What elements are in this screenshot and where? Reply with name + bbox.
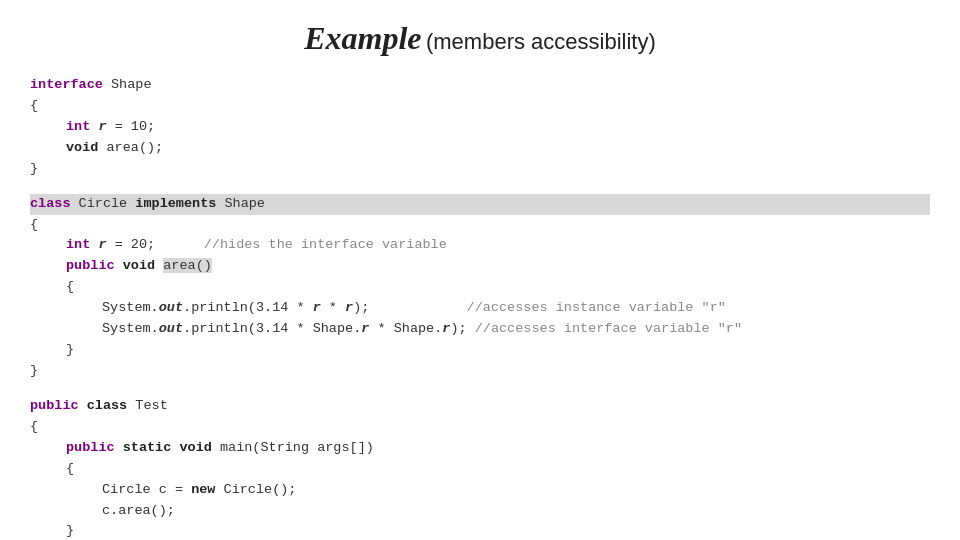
title-main: Example bbox=[304, 20, 421, 56]
code-line: void area(); bbox=[30, 138, 930, 159]
code-line: { bbox=[30, 417, 930, 438]
code-line: Circle c = new Circle(); bbox=[30, 480, 930, 501]
code-line: int r = 20; //hides the interface variab… bbox=[30, 235, 930, 256]
code-line: public void area() bbox=[30, 256, 930, 277]
code-line: c.area(); bbox=[30, 501, 930, 522]
code-line: { bbox=[30, 96, 930, 117]
code-area: interface Shape { int r = 10; void area(… bbox=[30, 75, 930, 540]
title-area: Example (members accessibility) bbox=[30, 20, 930, 57]
code-line: int r = 10; bbox=[30, 117, 930, 138]
code-line: public static void main(String args[]) bbox=[30, 438, 930, 459]
code-line: public class Test bbox=[30, 396, 930, 417]
code-line: interface Shape bbox=[30, 75, 930, 96]
code-line: } bbox=[30, 361, 930, 382]
code-line: { bbox=[30, 215, 930, 236]
test-block: public class Test { public static void m… bbox=[30, 396, 930, 540]
code-line: } bbox=[30, 340, 930, 361]
interface-block: interface Shape { int r = 10; void area(… bbox=[30, 75, 930, 180]
code-line: } bbox=[30, 521, 930, 540]
title-sub: (members accessibility) bbox=[426, 29, 656, 54]
code-line: { bbox=[30, 459, 930, 480]
code-line: { bbox=[30, 277, 930, 298]
code-line: System.out.println(3.14 * Shape.r * Shap… bbox=[30, 319, 930, 340]
code-line: } bbox=[30, 159, 930, 180]
main-page: Example (members accessibility) interfac… bbox=[0, 0, 960, 540]
code-line-highlighted: class Circle implements Shape bbox=[30, 194, 930, 215]
circle-block: class Circle implements Shape { int r = … bbox=[30, 194, 930, 382]
code-line: System.out.println(3.14 * r * r); //acce… bbox=[30, 298, 930, 319]
